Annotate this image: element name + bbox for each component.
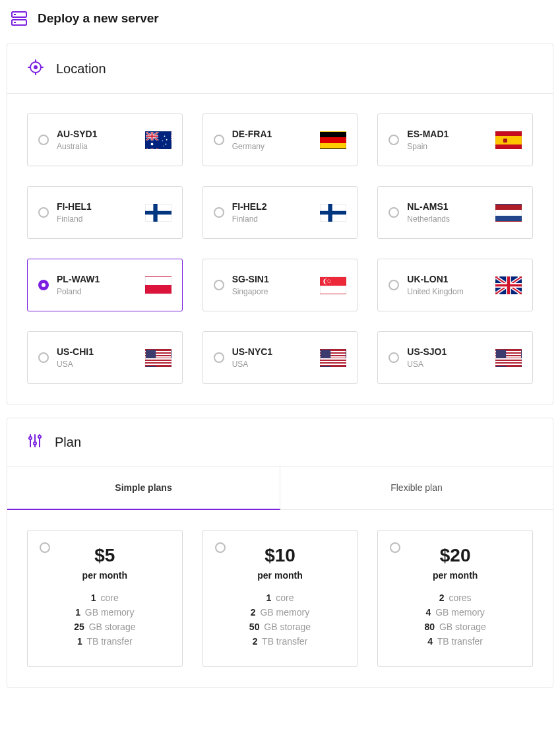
radio-icon [38, 352, 49, 363]
plan-price: $20 [389, 545, 522, 566]
location-country: Poland [57, 287, 137, 296]
flag-icon [145, 131, 171, 149]
plan-spec-cores: 2 cores [389, 593, 522, 603]
spec-number: 2 [439, 593, 445, 603]
plan-tab[interactable]: Simple plans [7, 466, 280, 510]
plan-spec-memory: 1 GB memory [38, 607, 171, 618]
location-country: Finland [232, 214, 313, 224]
radio-icon [214, 280, 224, 290]
svg-point-10 [34, 442, 36, 445]
svg-point-11 [38, 435, 41, 438]
plan-price: $10 [214, 545, 347, 566]
svg-point-5 [34, 65, 38, 69]
flag-icon [320, 276, 346, 294]
location-option[interactable]: DE-FRA1Germany [202, 113, 358, 166]
location-text: FI-HEL1Finland [57, 201, 137, 224]
location-option[interactable]: PL-WAW1Poland [27, 259, 183, 311]
plan-price: $5 [38, 545, 171, 566]
location-code: US-SJO1 [407, 346, 487, 357]
location-option[interactable]: US-SJO1USA [377, 331, 533, 384]
location-option[interactable]: AU-SYD1Australia [27, 113, 183, 166]
plan-card-header: Plan [7, 418, 553, 466]
spec-unit: GB storage [261, 622, 311, 632]
location-text: PL-WAW1Poland [57, 274, 137, 296]
page-title: Deploy a new server [38, 11, 159, 26]
radio-icon [389, 352, 399, 363]
spec-number: 2 [251, 607, 256, 618]
location-option[interactable]: ES-MAD1Spain [377, 113, 533, 166]
plan-spec-cores: 1 core [214, 593, 347, 603]
spec-unit: TB transfer [259, 636, 307, 647]
flag-icon [320, 131, 346, 149]
location-option[interactable]: SG-SIN1Singapore [202, 259, 358, 311]
plan-option[interactable]: $20per month2 cores4 GB memory80 GB stor… [377, 530, 533, 667]
location-text: US-CHI1USA [57, 346, 137, 369]
spec-number: 2 [253, 636, 258, 647]
spec-unit: TB transfer [84, 636, 133, 647]
location-country: USA [57, 360, 137, 369]
location-option[interactable]: US-CHI1USA [27, 331, 183, 384]
svg-rect-2 [14, 14, 16, 15]
location-country: Netherlands [407, 214, 487, 224]
flag-icon [495, 204, 522, 222]
radio-icon [214, 135, 224, 145]
flag-icon [145, 276, 171, 294]
radio-icon [389, 135, 399, 145]
spec-number: 1 [266, 593, 272, 603]
location-country: USA [407, 360, 487, 369]
svg-point-9 [29, 437, 32, 439]
sliders-icon [27, 433, 43, 451]
location-text: ES-MAD1Spain [407, 129, 487, 151]
plan-spec-transfer: 2 TB transfer [214, 636, 347, 647]
location-heading: Location [56, 61, 106, 77]
radio-icon [214, 207, 224, 218]
location-card-header: Location [7, 44, 553, 94]
location-option[interactable]: US-NYC1USA [202, 331, 358, 384]
location-option[interactable]: FI-HEL1Finland [27, 186, 183, 239]
location-text: SG-SIN1Singapore [232, 274, 313, 296]
location-country: United Kingdom [407, 287, 487, 296]
spec-number: 80 [425, 622, 435, 632]
plan-spec-storage: 50 GB storage [214, 622, 347, 632]
plan-option[interactable]: $10per month1 core2 GB memory50 GB stora… [202, 530, 358, 667]
location-option[interactable]: NL-AMS1Netherlands [377, 186, 533, 239]
flag-icon [145, 204, 171, 222]
location-grid: AU-SYD1AustraliaDE-FRA1GermanyES-MAD1Spa… [7, 94, 553, 404]
flag-icon [495, 349, 522, 367]
radio-icon [38, 135, 49, 145]
radio-icon [40, 542, 50, 553]
spec-unit: GB storage [437, 622, 486, 632]
location-card: Location AU-SYD1AustraliaDE-FRA1GermanyE… [7, 44, 553, 404]
plan-option[interactable]: $5per month1 core1 GB memory25 GB storag… [27, 530, 183, 667]
plan-heading: Plan [55, 435, 81, 450]
spec-unit: GB memory [82, 607, 135, 618]
spec-number: 1 [75, 607, 80, 618]
location-text: UK-LON1United Kingdom [407, 274, 487, 296]
location-code: SG-SIN1 [232, 274, 313, 284]
radio-icon [38, 207, 49, 218]
location-country: Finland [57, 214, 137, 224]
radio-icon [389, 207, 399, 218]
plan-tab[interactable]: Flexible plan [280, 466, 553, 509]
location-code: UK-LON1 [407, 274, 487, 284]
location-country: Singapore [232, 287, 313, 296]
location-code: ES-MAD1 [407, 129, 487, 139]
radio-icon [215, 542, 226, 553]
spec-number: 4 [427, 636, 433, 647]
location-country: USA [232, 360, 313, 369]
radio-icon [389, 280, 399, 290]
spec-unit: TB transfer [435, 636, 483, 647]
spec-unit: GB memory [433, 607, 485, 618]
location-option[interactable]: UK-LON1United Kingdom [377, 259, 533, 311]
location-country: Australia [57, 142, 137, 151]
plan-period: per month [389, 570, 522, 581]
spec-unit: GB storage [86, 622, 136, 632]
flag-icon [495, 276, 522, 294]
spec-unit: core [273, 593, 294, 603]
radio-icon [214, 352, 224, 363]
plan-period: per month [38, 570, 171, 581]
location-option[interactable]: FI-HEL2Finland [202, 186, 358, 239]
spec-number: 50 [249, 622, 260, 632]
spec-unit: GB memory [258, 607, 310, 618]
plan-period: per month [214, 570, 347, 581]
